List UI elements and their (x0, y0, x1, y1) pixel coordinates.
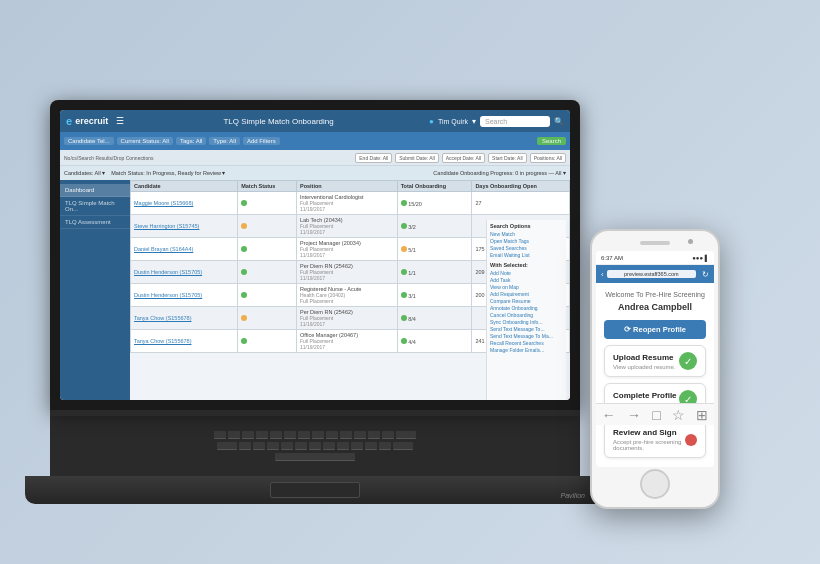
panel-cancel[interactable]: Cancel Onboarding (490, 312, 563, 318)
panel-view-map[interactable]: View on Map (490, 284, 563, 290)
filter-tags[interactable]: Tags: All (176, 137, 206, 145)
col-days-open: Days Onboarding Open (472, 181, 570, 192)
app-body: Dashboard TLQ Simple Match On... TLQ Ass… (60, 180, 570, 400)
phone-content: Welcome To Pre-Hire Screening Andrea Cam… (596, 283, 714, 467)
cell-candidate[interactable]: Tanya Chow (S155678) (131, 307, 238, 330)
key (382, 431, 394, 439)
key (379, 442, 391, 450)
filter-status[interactable]: Current Status: All (117, 137, 173, 145)
sidebar-dashboard[interactable]: Dashboard (60, 184, 130, 197)
cell-position: Office Manager (20467)Full Placement11/1… (296, 330, 397, 353)
table-subheader: Candidates: All ▾ Match Status: In Progr… (60, 166, 570, 180)
cell-match-status (238, 215, 297, 238)
filter-start-date[interactable]: Start Date: All (488, 153, 527, 163)
nav-share-icon[interactable]: □ (652, 407, 660, 423)
search-button[interactable]: Search (537, 137, 566, 145)
phone: 6:37 AM ●●● ▌ ‹ preview.estaff365.com ↻ … (590, 229, 720, 509)
key (281, 442, 293, 450)
key (214, 431, 226, 439)
key (393, 442, 413, 450)
cell-candidate[interactable]: Maggie Moore (S15668) (131, 192, 238, 215)
sidebar-tlq-assessment[interactable]: TLQ Assessment (60, 216, 130, 229)
panel-annotate[interactable]: Annotate Onboarding (490, 305, 563, 311)
left-sidebar: Dashboard TLQ Simple Match On... TLQ Ass… (60, 180, 130, 400)
nav-forward-icon[interactable]: → (627, 407, 641, 423)
reopen-profile-button[interactable]: ⟳ Reopen Profile (604, 320, 706, 339)
key (351, 442, 363, 450)
filter-positions[interactable]: Positions: All (530, 153, 566, 163)
key (239, 442, 251, 450)
panel-email-waiting[interactable]: Email Waiting List (490, 252, 563, 258)
key (295, 442, 307, 450)
step-review-sign[interactable]: Review and Sign Accept pre-hire screenin… (604, 421, 706, 458)
panel-compare-resume[interactable]: Compare Resume (490, 298, 563, 304)
filter-add[interactable]: Add Filters (243, 137, 280, 145)
panel-sync[interactable]: Sync Onboarding Info... (490, 319, 563, 325)
cell-match-status (238, 307, 297, 330)
reload-icon[interactable]: ↻ (702, 270, 709, 279)
panel-recall[interactable]: Recall Recent Searches (490, 340, 563, 346)
spacebar (275, 453, 355, 461)
cell-candidate[interactable]: Dustin Henderson (S15705) (131, 284, 238, 307)
panel-manage-folder[interactable]: Manage Folder Emails... (490, 347, 563, 353)
filter-end-date[interactable]: End Date: All (355, 153, 392, 163)
panel-saved-searches[interactable]: Saved Searches (490, 245, 563, 251)
step-profile-title: Complete Profile (613, 391, 679, 400)
cell-candidate[interactable]: Steve Harrington (S15745) (131, 215, 238, 238)
panel-send-text2[interactable]: Send Text Message To Ma... (490, 333, 563, 339)
col-match-status: Match Status (238, 181, 297, 192)
dropdown-icon[interactable]: ▾ (472, 117, 476, 126)
step-upload-resume[interactable]: Upload Resume View uploaded resume. ✓ (604, 345, 706, 377)
panel-send-text[interactable]: Send Text Message To... (490, 326, 563, 332)
user-name: Tim Quirk (438, 118, 468, 125)
key-row-2 (217, 442, 413, 450)
panel-add-note[interactable]: Add Note (490, 270, 563, 276)
cell-candidate[interactable]: Dustin Henderson (S15705) (131, 261, 238, 284)
back-icon[interactable]: ‹ (601, 270, 604, 279)
panel-add-task[interactable]: Add Task (490, 277, 563, 283)
phone-bottom-nav: ← → □ ☆ ⊞ (596, 403, 714, 425)
cell-position: Per Diem RN (25462)Full Placement11/19/2… (296, 307, 397, 330)
key (270, 431, 282, 439)
nav-bookmark-icon[interactable]: ☆ (672, 407, 685, 423)
cell-candidate[interactable]: Tanya Chow (S155678) (131, 330, 238, 353)
phone-speaker (640, 241, 670, 245)
candidates-label: Candidates: All ▾ (64, 170, 105, 176)
step-review-info: Review and Sign Accept pre-hire screenin… (613, 428, 685, 451)
filter-type[interactable]: Type: All (209, 137, 240, 145)
step-review-sub: Accept pre-hire screening documents. (613, 439, 685, 451)
key (337, 442, 349, 450)
panel-new-match[interactable]: New Match (490, 231, 563, 237)
menu-icon[interactable]: ☰ (116, 116, 124, 126)
dot-icon-review (685, 434, 697, 446)
cell-match-status (238, 192, 297, 215)
key (396, 431, 416, 439)
filter-candidate[interactable]: Candidate Tel... (64, 137, 114, 145)
filter-bar-2: No/cs/Search Results/Drop Connections En… (60, 150, 570, 166)
cell-position: Registered Nurse - AcuteHealth Care (204… (296, 284, 397, 307)
cell-candidate[interactable]: Daniel Brayan (S164A4) (131, 238, 238, 261)
search-box[interactable]: Search (480, 116, 550, 127)
user-icon: ● (429, 117, 434, 126)
filter-submit-date[interactable]: Submit Date: All (395, 153, 439, 163)
search-icon[interactable]: 🔍 (554, 117, 564, 126)
right-panel: Search Options New Match Open Match Tags… (486, 220, 566, 400)
app-title: TLQ Simple Match Onboarding (132, 117, 425, 126)
filter-accept-date[interactable]: Accept Date: All (442, 153, 485, 163)
phone-signal: ●●● ▌ (692, 255, 709, 261)
scene: e erecruit ☰ TLQ Simple Match Onboarding… (0, 0, 820, 564)
panel-add-req[interactable]: Add Requirement (490, 291, 563, 297)
phone-nav-bar: ‹ preview.estaff365.com ↻ (596, 265, 714, 283)
phone-home-button[interactable] (640, 469, 670, 499)
nav-back-icon[interactable]: ← (602, 407, 616, 423)
key (340, 431, 352, 439)
trackpad[interactable] (270, 482, 360, 498)
nav-tabs-icon[interactable]: ⊞ (696, 407, 708, 423)
cell-position: Project Manager (20034)Full Placement11/… (296, 238, 397, 261)
logo-e: e (66, 115, 72, 127)
panel-open-match-tags[interactable]: Open Match Tags (490, 238, 563, 244)
laptop-base: Pavilion (25, 476, 605, 504)
url-bar[interactable]: preview.estaff365.com (607, 270, 696, 278)
sidebar-tlq-simple[interactable]: TLQ Simple Match On... (60, 197, 130, 216)
cell-days: 27 (472, 192, 570, 215)
